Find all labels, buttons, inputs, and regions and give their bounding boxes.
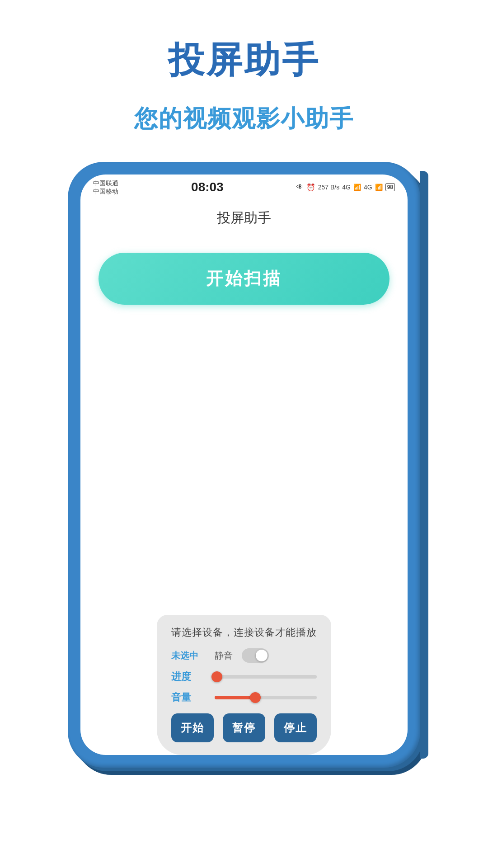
mute-control-row: 未选中 静音 (171, 648, 317, 663)
device-hint-text: 请选择设备，连接设备才能播放 (171, 626, 317, 639)
volume-label: 音量 (171, 691, 207, 704)
phone-frame: 中国联通 中国移动 08:03 👁 ⏰ 257 B/s 4G 📶 4G 📶 98… (68, 162, 420, 768)
signal2-icon: 4G (364, 184, 372, 191)
signal1-icon: 4G (342, 184, 351, 191)
alarm-icon: ⏰ (306, 183, 315, 192)
unselected-label: 未选中 (171, 650, 207, 662)
battery-level: 98 (385, 183, 395, 191)
signal-bars2: 📶 (375, 184, 383, 191)
eye-icon: 👁 (296, 183, 304, 191)
bottom-control-panel: 请选择设备，连接设备才能播放 未选中 静音 进度 (157, 615, 331, 755)
progress-label: 进度 (171, 670, 207, 684)
app-content: 开始扫描 请选择设备，连接设备才能播放 未选中 静音 (80, 236, 408, 755)
carrier2-label: 中国移动 (93, 187, 118, 195)
volume-thumb (250, 692, 261, 703)
pause-button[interactable]: 暂停 (223, 713, 265, 742)
progress-thumb (211, 671, 222, 682)
volume-fill (215, 696, 255, 699)
progress-control-row: 进度 (171, 670, 317, 684)
page-subtitle: 您的视频观影小助手 (134, 103, 354, 135)
mute-text-label: 静音 (215, 650, 233, 662)
status-icons: 👁 ⏰ 257 B/s 4G 📶 4G 📶 98 (296, 183, 395, 192)
app-screen-title: 投屏助手 (80, 198, 408, 236)
progress-slider[interactable] (215, 675, 317, 679)
stop-button[interactable]: 停止 (274, 713, 317, 742)
toggle-thumb (256, 650, 267, 661)
status-carriers: 中国联通 中国移动 (93, 179, 118, 195)
volume-control-row: 音量 (171, 691, 317, 704)
page-title: 投屏助手 (168, 36, 320, 85)
volume-slider[interactable] (215, 696, 317, 699)
status-time: 08:03 (191, 179, 224, 195)
signal-bars1: 📶 (353, 184, 361, 191)
status-bar: 中国联通 中国移动 08:03 👁 ⏰ 257 B/s 4G 📶 4G 📶 98 (80, 175, 408, 198)
phone-mockup: 中国联通 中国移动 08:03 👁 ⏰ 257 B/s 4G 📶 4G 📶 98… (68, 162, 420, 768)
phone-screen: 中国联通 中国移动 08:03 👁 ⏰ 257 B/s 4G 📶 4G 📶 98… (80, 175, 408, 755)
network-speed: 257 B/s (318, 184, 339, 191)
playback-action-row: 开始 暂停 停止 (171, 713, 317, 742)
start-button[interactable]: 开始 (171, 713, 214, 742)
mute-toggle[interactable] (242, 648, 269, 663)
scan-button[interactable]: 开始扫描 (99, 253, 389, 305)
carrier1-label: 中国联通 (93, 179, 118, 187)
